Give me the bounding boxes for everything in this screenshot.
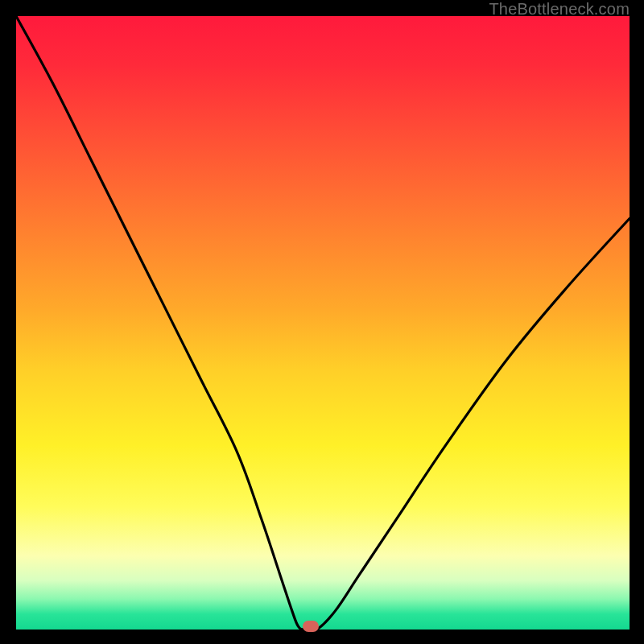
watermark-text: TheBottleneck.com bbox=[489, 0, 630, 19]
chart-frame: TheBottleneck.com bbox=[0, 0, 644, 644]
bottleneck-curve-svg bbox=[16, 16, 630, 630]
marker-dot bbox=[303, 621, 319, 632]
bottleneck-curve bbox=[16, 16, 630, 630]
plot-area bbox=[16, 16, 630, 630]
